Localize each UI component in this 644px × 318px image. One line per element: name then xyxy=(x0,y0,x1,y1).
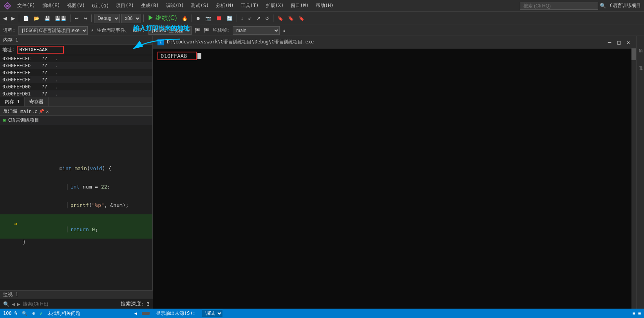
menu-help[interactable]: 帮助(H) xyxy=(313,2,337,10)
code-area: ⊟int main(void) { │int num = 22; xyxy=(0,125,152,318)
arch-dropdown[interactable]: x86 xyxy=(121,14,141,23)
step-back-btn[interactable]: ↺ xyxy=(264,15,271,22)
step-out-btn[interactable]: ↗ xyxy=(255,15,262,22)
menu-extensions[interactable]: 扩展(X) xyxy=(263,2,287,10)
bookmark2-btn[interactable]: 🔖 xyxy=(286,15,295,22)
tab-registers[interactable]: 寄存器 xyxy=(25,97,49,106)
bottom-status-bar: 显示输出来源(S): 调试 ≡ ≡ xyxy=(153,309,644,318)
mem-val-0: ?? xyxy=(42,56,53,61)
menu-tools[interactable]: 工具(T) xyxy=(238,2,262,10)
new-file-btn[interactable]: 📄 xyxy=(22,15,31,22)
code-content[interactable]: │printf("%p", &num); xyxy=(21,196,152,214)
bookmark-btn[interactable]: 🔖 xyxy=(276,15,285,22)
pin-icon[interactable]: 📌 xyxy=(39,109,44,114)
minimize-btn[interactable]: ─ xyxy=(606,39,613,45)
mem-addr-0: 0x00FEFCFC xyxy=(2,56,42,61)
save-all-btn[interactable]: 💾💾 xyxy=(53,15,68,22)
output-source-select[interactable]: 调试 xyxy=(202,309,223,317)
kw-rest: , &num); xyxy=(104,202,129,208)
watch-search-input[interactable] xyxy=(23,301,119,307)
thread-dropdown[interactable]: [15640] 主线程 xyxy=(148,26,192,35)
code-line-empty4 xyxy=(0,151,152,159)
svg-point-0 xyxy=(6,5,9,7)
mem-dot-2: . xyxy=(55,70,58,75)
restore-btn[interactable]: □ xyxy=(616,39,622,45)
record-btn[interactable]: ⏺ xyxy=(194,15,202,22)
open-btn[interactable]: 📂 xyxy=(32,15,41,22)
back-btn2[interactable]: ◀ xyxy=(12,301,15,307)
indent3 xyxy=(60,226,66,232)
code-content xyxy=(21,133,152,134)
project-tree-item[interactable]: ▣ C语言训练项目 xyxy=(0,116,152,125)
process-dropdown[interactable]: [15668] C语言训练项目.exe xyxy=(18,26,88,35)
mem-val-3: ?? xyxy=(42,77,53,83)
forward-btn[interactable]: ▶ xyxy=(10,15,16,22)
stack-dropdown[interactable]: main xyxy=(233,26,280,35)
save-btn[interactable]: 💾 xyxy=(43,15,52,22)
edge-btn-1[interactable]: 输 xyxy=(637,38,644,53)
console-input-box[interactable]: 010FFAA8 xyxy=(157,52,197,60)
arrow-left-icon[interactable]: ◀ xyxy=(134,311,137,316)
menu-window[interactable]: 窗口(W) xyxy=(288,2,312,10)
menu-build[interactable]: 生成(B) xyxy=(138,2,162,10)
back-btn[interactable]: ◀ xyxy=(2,15,8,22)
search-input[interactable] xyxy=(520,2,598,10)
memory-address-input[interactable] xyxy=(17,46,64,54)
menu-edit[interactable]: 编辑(E) xyxy=(39,2,63,10)
step-over-btn[interactable]: ↓ xyxy=(239,15,245,22)
code-content[interactable]: } xyxy=(21,239,152,245)
tab-memory1[interactable]: 内存 1 xyxy=(0,97,25,106)
watch-panel: 监视 1 🔍 ◀ ▶ 搜索深度: 3 xyxy=(0,290,153,309)
kw-int2: int xyxy=(71,184,80,190)
console-window-buttons: ─ □ ✕ xyxy=(606,39,631,45)
sep7 xyxy=(273,14,273,22)
config-dropdown[interactable]: Debug xyxy=(94,14,120,23)
menu-debug[interactable]: 调试(D) xyxy=(163,2,187,10)
console-scrollbar[interactable] xyxy=(631,49,636,318)
stop-btn[interactable]: ⏹ xyxy=(214,14,224,23)
close-brace: } xyxy=(23,239,26,245)
close-tab-icon[interactable]: ✕ xyxy=(46,109,49,114)
console-body: 010FFAA8 xyxy=(153,49,636,318)
menu-view[interactable]: 视图(V) xyxy=(64,2,88,10)
step-into-btn[interactable]: ↙ xyxy=(246,15,253,22)
menu-file[interactable]: 文件(F) xyxy=(14,2,38,10)
thread-label: 线程: xyxy=(133,27,145,34)
kw-zero xyxy=(89,226,92,232)
indent xyxy=(60,184,66,190)
menu-test[interactable]: 测试(S) xyxy=(188,2,212,10)
run-btn[interactable]: ▶ 继续(C) xyxy=(146,13,179,23)
restart-btn[interactable]: 🔄 xyxy=(225,15,234,22)
close-btn[interactable]: ✕ xyxy=(625,39,631,45)
zoom-icon: 🔍 xyxy=(22,311,27,316)
menu-analyze[interactable]: 分析(N) xyxy=(213,2,237,10)
mem-addr-3: 0x00FEFCFF xyxy=(2,77,42,83)
mem-dot-5: . xyxy=(55,91,58,97)
code-content xyxy=(21,151,152,151)
search-icon[interactable]: 🔍 xyxy=(600,3,606,9)
process-label: 进程: xyxy=(3,27,15,34)
console-input-display: 010FFAA8 xyxy=(157,52,201,60)
redo-btn[interactable]: ↪ xyxy=(82,15,89,22)
edge-btn-2[interactable]: 退 xyxy=(637,55,644,70)
code-content[interactable]: ⊟int main(void) { xyxy=(21,159,152,178)
code-content[interactable]: ⇒ │return 0; xyxy=(21,214,152,239)
menu-git[interactable]: Git(G) xyxy=(89,2,112,9)
menu-project[interactable]: 项目(P) xyxy=(113,2,137,10)
bookmark3-btn[interactable]: 🔖 xyxy=(297,15,306,22)
vert-line: │ xyxy=(66,184,69,190)
code-line-num: │int num = 22; xyxy=(0,178,152,196)
mem-addr-5: 0x00FEFD01 xyxy=(2,91,42,97)
kw-return: return xyxy=(71,226,89,232)
forward-btn2[interactable]: ▶ xyxy=(17,301,20,307)
code-content[interactable]: │int num = 22; xyxy=(21,178,152,196)
undo-btn[interactable]: ↩ xyxy=(73,15,80,22)
screenshot-btn[interactable]: 📷 xyxy=(204,15,213,22)
code-line-brace: } xyxy=(0,239,152,247)
stack-extra-icon: ⇕ xyxy=(283,28,286,33)
perf-btn[interactable]: 🔥 xyxy=(180,15,189,22)
project-title: C语言训练项目 xyxy=(610,2,641,9)
event-icon: ⚡ xyxy=(91,28,94,33)
mem-addr-2: 0x00FEFCFE xyxy=(2,70,42,75)
vert-line3: │ xyxy=(66,226,69,232)
